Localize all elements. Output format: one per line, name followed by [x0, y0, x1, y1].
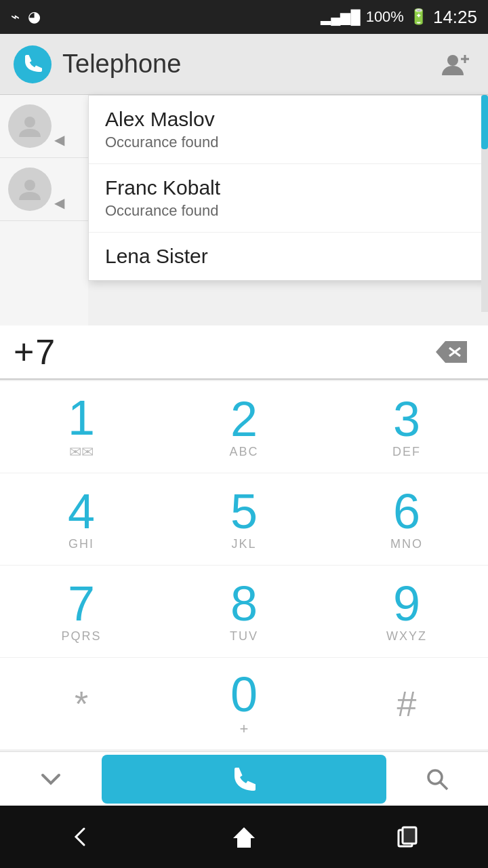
app-icon	[14, 45, 52, 83]
key-1[interactable]: 1 ✉✉	[0, 381, 163, 473]
suggestion-item-1[interactable]: Franc Kobalt Occurance found	[89, 164, 487, 233]
key-9[interactable]: 9 WXYZ	[325, 566, 488, 658]
app-title: Telephone	[62, 50, 181, 79]
key-digit-8: 8	[230, 579, 258, 628]
key-0[interactable]: 0 +	[163, 658, 325, 750]
usb-icon: ⌁	[11, 8, 20, 26]
key-letters-8: TUV	[230, 629, 258, 644]
expand-arrow-2: ◀	[54, 195, 64, 211]
key-5[interactable]: 5 JKL	[163, 473, 325, 566]
app-header: Telephone	[0, 34, 488, 95]
key-letters-6: MNO	[390, 537, 423, 551]
nav-bar	[0, 806, 488, 868]
add-contact-button[interactable]	[436, 45, 474, 83]
key-digit-2: 2	[230, 395, 258, 443]
key-letters-0: +	[240, 720, 249, 738]
scroll-thumb	[481, 95, 488, 149]
suggestion-sub-0: Occurance found	[105, 134, 471, 151]
key-6[interactable]: 6 MNO	[325, 473, 488, 566]
key-letters-3: DEF	[392, 445, 421, 459]
key-star[interactable]: *	[0, 658, 163, 750]
bg-contact-1: ◀	[0, 95, 88, 158]
header-left: Telephone	[14, 45, 181, 83]
svg-marker-5	[436, 341, 467, 363]
bg-contacts: ◀ ◀	[0, 95, 88, 326]
svg-marker-10	[233, 827, 255, 848]
svg-point-0	[447, 55, 458, 66]
svg-point-3	[24, 117, 35, 127]
android-icon: ◕	[28, 8, 41, 26]
suggestion-name-0: Alex Maslov	[105, 108, 471, 131]
key-letters-1: ✉✉	[69, 443, 94, 461]
svg-rect-12	[403, 827, 416, 844]
key-digit-3: 3	[393, 395, 420, 443]
suggestion-sub-1: Occurance found	[105, 202, 471, 220]
key-digit-1: 1	[68, 393, 95, 442]
status-bar: ⌁ ◕ ▂▄▆█ 100% 🔋 14:25	[0, 0, 488, 34]
backspace-button[interactable]	[427, 332, 474, 372]
suggestion-name-1: Franc Kobalt	[105, 176, 471, 199]
key-letters-4: GHI	[68, 537, 94, 551]
suggestions-dropdown: Alex Maslov Occurance found Franc Kobalt…	[88, 95, 488, 281]
battery-icon: 🔋	[409, 8, 428, 26]
dial-number-display: +7	[14, 332, 427, 372]
expand-arrow-1: ◀	[54, 132, 64, 148]
key-digit-5: 5	[230, 487, 258, 536]
scroll-indicator	[481, 95, 488, 312]
dial-input-area: +7	[0, 326, 488, 380]
status-left-icons: ⌁ ◕	[11, 8, 41, 26]
recents-button[interactable]	[380, 810, 434, 864]
back-button[interactable]	[54, 810, 108, 864]
key-letters-2: ABC	[229, 445, 258, 459]
keypad: 1 ✉✉ 2 ABC 3 DEF 4 GHI 5 JKL 6 MNO 7 PQR…	[0, 381, 488, 750]
key-digit-9: 9	[393, 579, 420, 628]
suggestion-name-2: Lena Sister	[105, 245, 471, 268]
key-digit-4: 4	[68, 487, 95, 536]
battery-percent: 100%	[366, 8, 404, 26]
suggestion-item-0[interactable]: Alex Maslov Occurance found	[89, 96, 487, 164]
suggestion-item-2[interactable]: Lena Sister	[89, 233, 487, 280]
key-letters-9: WXYZ	[386, 629, 427, 644]
key-digit-hash: #	[397, 684, 417, 724]
key-7[interactable]: 7 PQRS	[0, 566, 163, 658]
time-display: 14:25	[433, 7, 477, 28]
signal-icon: ▂▄▆█	[321, 9, 360, 25]
svg-point-4	[24, 180, 35, 191]
key-digit-7: 7	[68, 579, 95, 628]
home-button[interactable]	[217, 810, 271, 864]
svg-line-9	[440, 782, 447, 789]
key-8[interactable]: 8 TUV	[163, 566, 325, 658]
key-3[interactable]: 3 DEF	[325, 381, 488, 473]
key-digit-star: *	[75, 684, 88, 724]
key-2[interactable]: 2 ABC	[163, 381, 325, 473]
call-button[interactable]	[102, 755, 386, 804]
key-hash[interactable]: #	[325, 658, 488, 750]
bottom-action-bar	[0, 751, 488, 806]
hide-dialpad-button[interactable]	[27, 755, 75, 803]
key-4[interactable]: 4 GHI	[0, 473, 163, 566]
key-letters-5: JKL	[231, 537, 256, 551]
key-digit-0: 0	[230, 670, 258, 719]
bg-avatar-2	[8, 167, 52, 211]
key-letters-7: PQRS	[61, 629, 101, 644]
search-button[interactable]	[413, 755, 461, 803]
key-digit-6: 6	[393, 487, 420, 536]
status-right-icons: ▂▄▆█ 100% 🔋 14:25	[321, 7, 477, 28]
bg-avatar-1	[8, 104, 52, 148]
bg-contact-2: ◀	[0, 158, 88, 221]
